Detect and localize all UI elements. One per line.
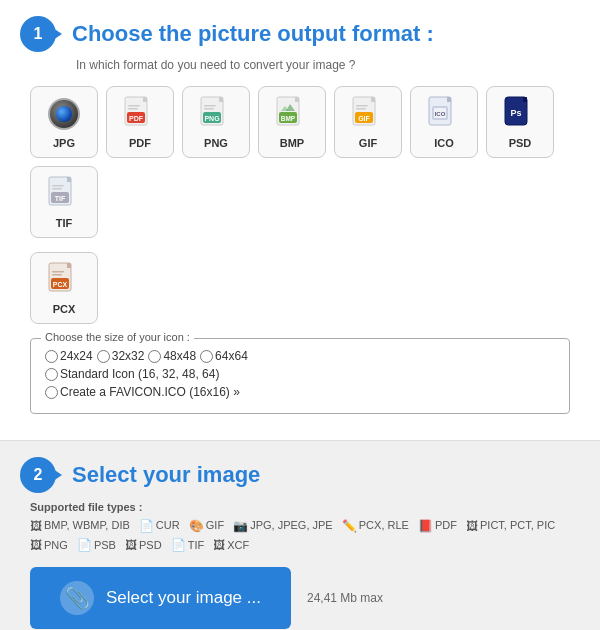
format-label-gif: GIF	[359, 137, 377, 149]
pdf-mini-icon: 📕	[418, 517, 433, 536]
svg-text:PDF: PDF	[129, 115, 144, 122]
svg-text:Ps: Ps	[510, 108, 521, 118]
section-2-header: 2 Select your image	[20, 457, 580, 493]
size-32-radio[interactable]	[97, 350, 110, 363]
pict-mini-icon: 🖼	[466, 517, 478, 536]
format-label-tif: TIF	[56, 217, 73, 229]
tif-svg-icon: TIF	[47, 176, 81, 212]
svg-text:PNG: PNG	[204, 115, 220, 122]
filetype-png2: 🖼 PNG	[30, 536, 68, 555]
svg-marker-39	[67, 263, 71, 268]
standard-radio[interactable]	[45, 368, 58, 381]
filetype-tif: 📄 TIF	[171, 536, 205, 555]
select-image-button[interactable]: 📎 Select your image ...	[30, 567, 291, 629]
section-2: 2 Select your image Supported file types…	[0, 441, 600, 630]
size-48-label: 48x48	[163, 349, 196, 363]
svg-marker-1	[143, 97, 147, 102]
svg-rect-22	[356, 105, 368, 107]
png-icon: PNG	[197, 95, 235, 133]
format-ico[interactable]: ICO ICO	[410, 86, 478, 158]
bmp-icon: BMP	[273, 95, 311, 133]
filetype-jpg: 📷 JPG, JPEG, JPE	[233, 517, 333, 536]
paperclip-icon: 📎	[60, 581, 94, 615]
png-mini-icon: 🖼	[30, 536, 42, 555]
size-48-radio[interactable]	[148, 350, 161, 363]
size-64-option[interactable]: 64x64	[200, 349, 248, 363]
format-pcx[interactable]: PCX PCX	[30, 252, 98, 324]
format-grid-2: PCX PCX	[30, 252, 580, 324]
svg-text:TIF: TIF	[55, 195, 66, 202]
size-32-label: 32x32	[112, 349, 145, 363]
svg-text:ICO: ICO	[435, 111, 446, 117]
svg-marker-25	[447, 97, 451, 102]
cur-mini-icon: 📄	[139, 517, 154, 536]
standard-option[interactable]: Standard Icon (16, 32, 48, 64)	[45, 367, 219, 381]
tif-mini-icon: 📄	[171, 536, 186, 555]
format-grid: JPG PDF PDF	[30, 86, 580, 238]
tif-icon: TIF	[45, 175, 83, 213]
filetype-gif: 🎨 GIF	[189, 517, 224, 536]
format-label-pdf: PDF	[129, 137, 151, 149]
favicon-label: Create a FAVICON.ICO (16x16) »	[60, 385, 240, 399]
size-48-option[interactable]: 48x48	[148, 349, 196, 363]
svg-marker-19	[371, 97, 375, 102]
favicon-icon-row: Create a FAVICON.ICO (16x16) »	[45, 385, 555, 399]
gif-svg-icon: GIF	[351, 96, 385, 132]
lens-inner	[56, 106, 72, 122]
svg-marker-7	[219, 97, 223, 102]
step-1-badge-wrapper: 1	[20, 16, 62, 52]
pdf-svg-icon: PDF	[123, 96, 157, 132]
format-jpg[interactable]: JPG	[30, 86, 98, 158]
size-24-radio[interactable]	[45, 350, 58, 363]
lens-icon	[48, 98, 80, 130]
svg-rect-43	[52, 274, 62, 276]
format-label-bmp: BMP	[280, 137, 304, 149]
ico-icon: ICO	[425, 95, 463, 133]
favicon-option[interactable]: Create a FAVICON.ICO (16x16) »	[45, 385, 240, 399]
size-32-option[interactable]: 32x32	[97, 349, 145, 363]
format-gif[interactable]: GIF GIF	[334, 86, 402, 158]
svg-rect-4	[128, 105, 140, 107]
svg-rect-10	[204, 105, 216, 107]
filetype-psb: 📄 PSB	[77, 536, 116, 555]
svg-rect-5	[128, 108, 138, 110]
gif-icon: GIF	[349, 95, 387, 133]
psb-mini-icon: 📄	[77, 536, 92, 555]
icon-size-legend: Choose the size of your icon :	[41, 331, 194, 343]
section-2-title: Select your image	[72, 462, 260, 488]
svg-rect-42	[52, 271, 64, 273]
format-psd[interactable]: Ps PSD	[486, 86, 554, 158]
svg-marker-33	[67, 177, 71, 182]
favicon-radio[interactable]	[45, 386, 58, 399]
supported-label: Supported file types :	[30, 501, 142, 513]
bmp-svg-icon: BMP	[275, 96, 309, 132]
size-64-radio[interactable]	[200, 350, 213, 363]
format-label-jpg: JPG	[53, 137, 75, 149]
section-1-title: Choose the picture output format :	[72, 21, 434, 47]
format-label-ico: ICO	[434, 137, 454, 149]
format-label-png: PNG	[204, 137, 228, 149]
max-size-label: 24,41 Mb max	[307, 591, 383, 605]
format-tif[interactable]: TIF TIF	[30, 166, 98, 238]
xcf-mini-icon: 🖼	[213, 536, 225, 555]
svg-rect-36	[52, 185, 64, 187]
jpg-icon	[45, 95, 83, 133]
format-pdf[interactable]: PDF PDF	[106, 86, 174, 158]
filetype-pdf2: 📕 PDF	[418, 517, 457, 536]
format-png[interactable]: PNG PNG	[182, 86, 250, 158]
step-1-arrow	[50, 26, 62, 42]
psd2-mini-icon: 🖼	[125, 536, 137, 555]
ico-svg-icon: ICO	[427, 96, 461, 132]
pcx-mini-icon: ✏️	[342, 517, 357, 536]
size-24-option[interactable]: 24x24	[45, 349, 93, 363]
standard-label: Standard Icon (16, 32, 48, 64)	[60, 367, 219, 381]
filetype-bmp: 🖼 BMP, WBMP, DIB	[30, 517, 130, 536]
pdf-icon: PDF	[121, 95, 159, 133]
format-bmp[interactable]: BMP BMP	[258, 86, 326, 158]
size-64-label: 64x64	[215, 349, 248, 363]
supported-types: Supported file types : 🖼 BMP, WBMP, DIB …	[30, 499, 580, 555]
size-24-label: 24x24	[60, 349, 93, 363]
step-2-arrow	[50, 467, 62, 483]
svg-rect-23	[356, 108, 366, 110]
svg-rect-37	[52, 188, 62, 190]
